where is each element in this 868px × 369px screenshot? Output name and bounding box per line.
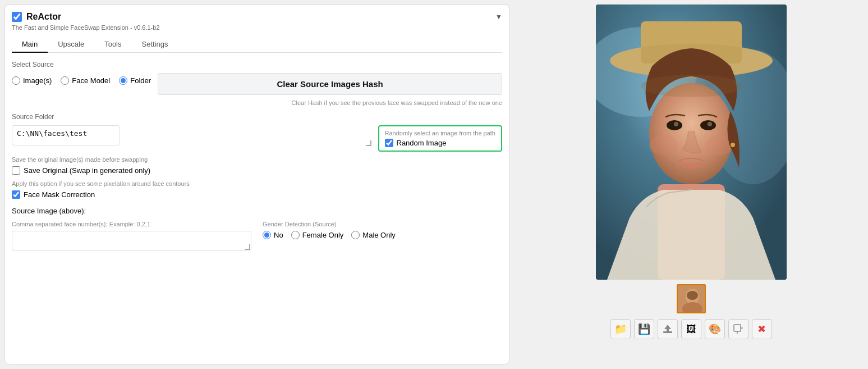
- face-numbers-input-wrap: 0: [12, 231, 251, 251]
- save-original-hint: Save the original image(s) made before s…: [12, 156, 502, 163]
- source-folder-input-wrap: C:\NN\faces\test: [12, 125, 373, 147]
- thumbnail-row: [677, 284, 706, 313]
- crop-button[interactable]: [728, 319, 748, 339]
- gender-no-radio[interactable]: [263, 231, 271, 239]
- gender-female-radio[interactable]: [291, 231, 300, 239]
- toolbar: 📁 💾 🖼 🎨 ✖: [610, 319, 772, 339]
- face-mask-hint: Apply this option if you see some pixela…: [12, 180, 502, 187]
- resize-handle-icon: [366, 140, 371, 146]
- delete-button[interactable]: ✖: [752, 319, 772, 339]
- source-images-option[interactable]: Image(s): [12, 76, 52, 85]
- gender-male-label: Male Only: [362, 231, 396, 239]
- tab-settings[interactable]: Settings: [132, 37, 178, 53]
- crop-icon: [733, 324, 744, 335]
- dropdown-arrow-icon[interactable]: ▼: [495, 13, 502, 21]
- title-row: ReActor: [12, 12, 61, 22]
- svg-rect-20: [663, 331, 672, 333]
- header-row: ReActor ▼: [12, 12, 502, 22]
- folder-row: C:\NN\faces\test Randomly select an imag…: [12, 125, 502, 152]
- svg-point-12: [674, 122, 678, 126]
- resize-handle-icon-2: [245, 244, 250, 250]
- portrait-svg: [596, 4, 787, 280]
- source-folder-input[interactable]: C:\NN\faces\test: [12, 125, 120, 145]
- face-mask-checkbox[interactable]: [12, 190, 20, 199]
- gender-detection-col: Gender Detection (Source) No Female Only…: [263, 221, 502, 239]
- open-folder-button[interactable]: 📁: [610, 319, 631, 339]
- save-original-checkbox[interactable]: [12, 166, 20, 175]
- image-edit-button[interactable]: 🖼: [681, 319, 701, 339]
- tab-tools[interactable]: Tools: [94, 37, 131, 53]
- source-face-model-radio[interactable]: [61, 76, 69, 85]
- gender-options: No Female Only Male Only: [263, 231, 502, 239]
- gender-no-label: No: [274, 231, 283, 239]
- face-mask-label: Face Mask Correction: [24, 190, 95, 199]
- face-numbers-label: Comma separated face number(s); Example:…: [12, 221, 251, 227]
- left-panel: ReActor ▼ The Fast and Simple FaceSwap E…: [4, 4, 509, 365]
- random-image-checkbox[interactable]: [385, 139, 393, 147]
- source-image-above-label: Source Image (above):: [12, 207, 502, 215]
- tabs: Main Upscale Tools Settings: [12, 37, 502, 53]
- source-images-radio[interactable]: [12, 76, 20, 85]
- random-image-box: Randomly select an image from the path R…: [378, 125, 503, 152]
- upload-icon: [662, 324, 673, 335]
- upload-button[interactable]: [658, 319, 678, 339]
- random-image-label: Random Image: [397, 139, 447, 147]
- gender-male-option[interactable]: Male Only: [351, 231, 396, 239]
- right-panel: 📁 💾 🖼 🎨 ✖: [514, 0, 868, 369]
- paint-button[interactable]: 🎨: [705, 319, 725, 339]
- tab-main[interactable]: Main: [12, 37, 48, 53]
- svg-point-13: [708, 122, 712, 126]
- clear-hash-hint: Clear Hash if you see the previous face …: [12, 99, 502, 106]
- gender-female-option[interactable]: Female Only: [291, 231, 344, 239]
- select-source-label: Select Source: [12, 61, 502, 69]
- app-subtitle: The Fast and Simple FaceSwap Extension -…: [12, 24, 502, 31]
- gender-detection-label: Gender Detection (Source): [263, 221, 502, 227]
- clear-source-images-hash-button[interactable]: Clear Source Images Hash: [158, 73, 502, 95]
- source-face-model-option[interactable]: Face Model: [61, 76, 110, 85]
- svg-point-8: [649, 135, 677, 155]
- svg-rect-22: [734, 325, 741, 331]
- face-mask-section: Apply this option if you see some pixela…: [12, 180, 502, 199]
- save-button[interactable]: 💾: [634, 319, 654, 339]
- bottom-row: Comma separated face number(s); Example:…: [12, 221, 502, 251]
- face-mask-option[interactable]: Face Mask Correction: [12, 190, 502, 199]
- main-preview-image: [596, 4, 787, 280]
- source-face-model-label: Face Model: [72, 76, 110, 85]
- face-numbers-input[interactable]: 0: [12, 231, 251, 251]
- random-image-option[interactable]: Random Image: [385, 139, 496, 147]
- face-numbers-col: Comma separated face number(s); Example:…: [12, 221, 251, 251]
- svg-point-14: [731, 143, 735, 147]
- save-original-option[interactable]: Save Original (Swap in generated only): [12, 166, 502, 175]
- app-title: ReActor: [26, 12, 61, 22]
- source-images-label: Image(s): [23, 76, 52, 85]
- gender-no-option[interactable]: No: [263, 231, 283, 239]
- svg-point-19: [687, 291, 698, 300]
- tab-upscale[interactable]: Upscale: [48, 37, 94, 53]
- thumbnail-image[interactable]: [677, 284, 706, 313]
- source-folder-option[interactable]: Folder: [119, 76, 151, 85]
- source-folder-label: Source Folder: [12, 113, 502, 121]
- svg-point-15: [641, 75, 742, 97]
- save-original-label: Save Original (Swap in generated only): [24, 166, 150, 175]
- source-row: Image(s) Face Model Folder Clear Source …: [12, 73, 502, 95]
- source-folder-radio[interactable]: [119, 76, 127, 85]
- gender-female-label: Female Only: [302, 231, 344, 239]
- source-folder-label: Folder: [130, 76, 151, 85]
- svg-marker-21: [664, 325, 671, 331]
- random-image-hint: Randomly select an image from the path: [385, 130, 496, 136]
- gender-male-radio[interactable]: [351, 231, 360, 239]
- reactor-enable-checkbox[interactable]: [12, 12, 22, 22]
- source-radio-group: Image(s) Face Model Folder: [12, 73, 151, 88]
